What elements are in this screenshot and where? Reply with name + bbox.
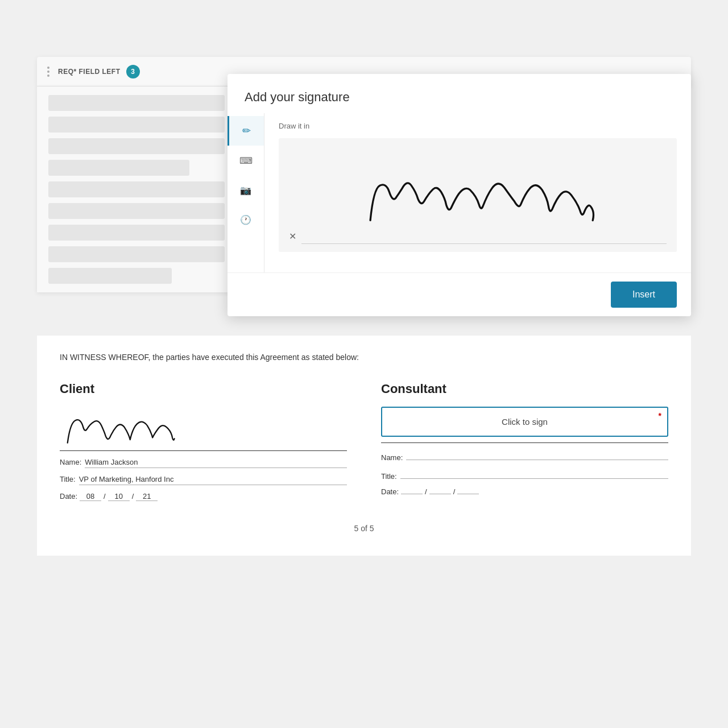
page-indicator: 5 of 5 [60,524,668,533]
client-date-day: 10 [108,492,130,501]
field-row-2[interactable] [48,117,225,133]
consultant-title-field: Title: [381,469,668,481]
field-row-5[interactable] [48,181,225,197]
req-count-badge: 3 [126,65,140,78]
history-icon: 🕐 [240,214,251,225]
client-date-year: 21 [136,492,158,501]
consultant-name-label: Name: [381,453,403,462]
field-row-6[interactable] [48,203,225,219]
client-title-label: Title: [60,475,76,483]
tool-sidebar: ✏ ⌨ 📷 🕐 [228,113,264,272]
field-row-7[interactable] [48,225,225,241]
draw-icon: ✏ [242,125,251,137]
modal-header: Add your signature [228,74,691,113]
dots-menu[interactable] [47,67,49,77]
draw-label: Draw it in [279,122,677,130]
click-to-sign-button[interactable]: Click to sign * [381,407,668,437]
client-date-label: Date: [60,492,77,500]
date-sep-2: / [132,492,134,500]
field-row-9[interactable] [48,268,172,284]
consultant-date-day [429,494,451,494]
field-row-4[interactable] [48,160,189,176]
client-name-value: William Jackson [85,458,347,468]
date-sep-1: / [104,492,106,500]
click-to-sign-label: Click to sign [502,417,548,427]
client-signature-area [60,407,347,449]
tool-history[interactable]: 🕐 [228,205,264,234]
client-signature-svg [60,412,185,449]
sidebar-fields [37,86,236,292]
signature-baseline [301,243,667,244]
client-title-value: VP of Marketing, Hanford Inc [79,475,347,485]
req-field-label: REQ* FIELD LEFT [58,68,121,76]
modal-body: ✏ ⌨ 📷 🕐 Draw it in ✕ [228,113,691,272]
client-sig-line [60,450,347,451]
date-sep-3: / [425,487,427,496]
consultant-sig-line [381,442,668,443]
field-row-8[interactable] [48,246,225,262]
consultant-title-value [400,469,668,479]
clear-signature-button[interactable]: ✕ [289,231,296,242]
tool-draw[interactable]: ✏ [228,116,264,146]
consultant-date-field: Date: / / [381,487,668,496]
insert-button-area: Insert [228,272,691,316]
consultant-date-year [457,494,479,494]
consultant-name-value [406,450,668,460]
document-content: IN WITNESS WHEREOF, the parties have exe… [37,336,691,556]
consultant-name-field: Name: [381,450,668,462]
client-title: Client [60,382,347,396]
field-row-3[interactable] [48,138,225,154]
date-sep-4: / [453,487,456,496]
client-name-field: Name: William Jackson [60,458,347,468]
consultant-date-label: Date: [381,487,399,496]
signature-sections: Client Name: William Jackson Title: VP o… [60,382,668,501]
field-row-1[interactable] [48,95,225,111]
consultant-title-label: Title: [381,472,397,481]
required-star: * [659,411,661,420]
client-date-field: Date: 08 / 10 / 21 [60,492,347,501]
modal-title: Add your signature [245,90,674,105]
consultant-section: Consultant Click to sign * Name: Title: … [381,382,668,501]
consultant-date-month [401,494,423,494]
client-section: Client Name: William Jackson Title: VP o… [60,382,347,501]
signature-drawing [279,138,677,252]
keyboard-icon: ⌨ [239,155,253,166]
tool-camera[interactable]: 📷 [228,175,264,205]
consultant-title: Consultant [381,382,668,396]
witness-text: IN WITNESS WHEREOF, the parties have exe… [60,353,668,362]
client-title-field: Title: VP of Marketing, Hanford Inc [60,475,347,485]
tool-keyboard[interactable]: ⌨ [228,146,264,175]
client-name-label: Name: [60,458,81,466]
draw-area: Draw it in ✕ [264,113,691,272]
insert-button[interactable]: Insert [611,282,677,308]
camera-icon: 📷 [240,185,251,196]
signature-canvas[interactable]: ✕ [279,138,677,252]
signature-modal: Add your signature ✏ ⌨ 📷 🕐 Draw it in [228,74,691,316]
client-date-month: 08 [80,492,101,501]
